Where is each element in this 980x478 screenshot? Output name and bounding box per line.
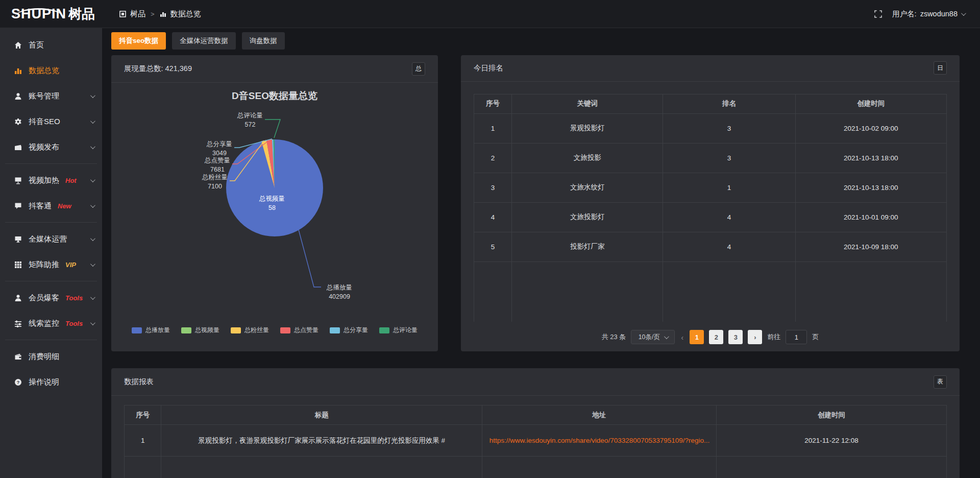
pagination-total: 共 23 条	[602, 332, 626, 342]
report-panel-title: 数据报表	[124, 377, 154, 387]
topbar: SHUPIN 树品 树品 > 数据总览 用户名: zswodun88	[0, 0, 980, 28]
value-shares: 3049	[212, 150, 227, 157]
chart-title: D音SEO数据量总览	[232, 90, 317, 101]
tools-badge: Tools	[65, 294, 83, 302]
chevron-down-icon	[961, 11, 966, 16]
user-icon	[14, 92, 22, 100]
leader-line-comments	[265, 119, 280, 138]
legend-item-comments[interactable]: 总评论量	[379, 326, 418, 334]
pie-chart: D音SEO数据量总览 总评论量 572 总分享	[111, 83, 438, 351]
seo-overview-panel: 展现量总数: 421,369 总 D音SEO数据量总览	[111, 55, 438, 351]
page-unit-label: 页	[812, 332, 819, 342]
legend-item-likes[interactable]: 总点赞量	[280, 326, 318, 334]
table-row[interactable]: 1 景观投影灯 3 2021-10-02 09:00	[474, 113, 947, 143]
col-rank: 排名	[663, 94, 795, 113]
breadcrumb-separator: >	[151, 10, 155, 18]
value-play: 402909	[329, 293, 350, 300]
legend-swatch	[231, 327, 241, 333]
sidebar-item-account-management[interactable]: 账号管理	[0, 83, 102, 109]
table-header-row: 序号 标题 地址 创建时间	[125, 405, 947, 425]
sidebar-divider	[5, 340, 97, 340]
logo[interactable]: SHUPIN 树品	[0, 5, 102, 23]
goto-page-input[interactable]	[786, 330, 807, 344]
label-play: 总播放量	[326, 284, 352, 291]
breadcrumb-current[interactable]: 数据总览	[170, 9, 201, 19]
page-button-1[interactable]: 1	[690, 330, 704, 344]
vip-badge: VIP	[65, 261, 76, 269]
col-created: 创建时间	[716, 405, 946, 425]
app-icon	[119, 11, 126, 17]
table-badge-button[interactable]: 表	[934, 375, 947, 389]
sidebar-item-data-overview[interactable]: 数据总览	[0, 58, 102, 83]
page-button-2[interactable]: 2	[709, 330, 723, 344]
rank-panel-title: 今日排名	[474, 63, 503, 73]
fullscreen-icon[interactable]	[874, 10, 882, 18]
legend-swatch	[280, 327, 290, 333]
main-content: 抖音seo数据 全媒体运营数据 询盘数据 展现量总数: 421,369 总 D音…	[102, 28, 980, 478]
wallet-icon	[14, 352, 22, 361]
grid-icon	[14, 260, 22, 269]
sidebar-item-video-publish[interactable]: 视频发布	[0, 134, 102, 160]
breadcrumb-root[interactable]: 树品	[130, 9, 145, 19]
label-videos: 总视频量	[259, 195, 285, 202]
prev-page-button[interactable]: ‹	[680, 333, 684, 342]
chevron-down-icon	[90, 261, 95, 267]
tab-inquiry-data[interactable]: 询盘数据	[242, 32, 285, 50]
table-row[interactable]: 2 文旅投影 3 2021-10-13 18:00	[474, 143, 947, 173]
goto-label: 前往	[767, 332, 780, 342]
sidebar-item-matrix-boost[interactable]: 矩阵助推 VIP	[0, 252, 102, 277]
col-no: 序号	[474, 94, 512, 113]
legend-item-videos[interactable]: 总视频量	[181, 326, 219, 334]
sidebar-item-douyin-seo[interactable]: 抖音SEO	[0, 109, 102, 134]
table-row[interactable]: 1 景观投影灯，夜游景观投影灯厂家展示展示落花灯在花园里的灯光投影应用效果 # …	[125, 425, 947, 457]
gear-icon	[14, 117, 22, 126]
sidebar-item-home[interactable]: 首页	[0, 32, 102, 58]
sidebar-item-help[interactable]: ? 操作说明	[0, 369, 102, 395]
chevron-down-icon	[90, 295, 95, 300]
next-page-button[interactable]: ›	[748, 330, 762, 344]
table-row[interactable]: 3 文旅水纹灯 1 2021-10-13 18:00	[474, 173, 947, 202]
user-dropdown[interactable]: 用户名: zswodun88	[892, 9, 965, 19]
legend-item-shares[interactable]: 总分享量	[330, 326, 368, 334]
total-badge-button[interactable]: 总	[412, 62, 425, 76]
sidebar-item-all-media[interactable]: 全媒体运营	[0, 226, 102, 252]
tab-douyin-seo-data[interactable]: 抖音seo数据	[111, 32, 166, 50]
username-value: zswodun88	[920, 10, 958, 18]
video-link[interactable]: https://www.iesdouyin.com/share/video/70…	[489, 437, 710, 444]
sidebar-item-video-heat[interactable]: 视频加热 Hot	[0, 168, 102, 193]
page-button-3[interactable]: 3	[728, 330, 743, 344]
chevron-down-icon	[90, 93, 95, 98]
chat-bubble-icon	[14, 202, 22, 210]
pagination: 共 23 条 10条/页 ‹ 1 2 3 › 前往 页	[474, 330, 947, 344]
value-fans: 7100	[208, 183, 222, 190]
sidebar-divider	[5, 163, 97, 164]
legend-item-play[interactable]: 总播放量	[132, 326, 170, 334]
sidebar-item-consumption-detail[interactable]: 消费明细	[0, 344, 102, 369]
chevron-down-icon	[90, 144, 95, 149]
day-badge-button[interactable]: 日	[934, 61, 947, 75]
value-videos: 58	[268, 204, 276, 211]
chevron-down-icon	[664, 334, 669, 339]
tools-badge: Tools	[65, 320, 83, 327]
chevron-down-icon	[90, 177, 95, 182]
table-row[interactable]: 5 投影灯厂家 4 2021-10-09 18:00	[474, 232, 947, 261]
legend-item-fans[interactable]: 总粉丝量	[231, 326, 269, 334]
logo-cjk: 树品	[68, 5, 95, 23]
chart-legend: 总播放量 总视频量 总粉丝量 总点赞量 总分享量 总评论量	[111, 326, 438, 334]
sidebar-item-douketong[interactable]: 抖客通 New	[0, 193, 102, 219]
monitor-icon	[14, 235, 22, 243]
col-created: 创建时间	[795, 94, 946, 113]
billboard-icon	[14, 176, 22, 184]
page-size-select[interactable]: 10条/页	[631, 330, 675, 344]
table-header-row: 序号 关键词 排名 创建时间	[474, 94, 947, 113]
video-publish-icon	[14, 143, 22, 151]
sidebar-item-clue-monitor[interactable]: 线索监控 Tools	[0, 310, 102, 336]
table-row[interactable]: 4 文旅投影灯 4 2021-10-01 09:00	[474, 202, 947, 232]
chevron-down-icon	[90, 203, 95, 208]
tab-all-media-data[interactable]: 全媒体运营数据	[172, 32, 236, 50]
sidebar-divider	[5, 281, 97, 281]
sidebar-item-member-tools[interactable]: 会员爆客 Tools	[0, 285, 102, 310]
bar-chart-icon	[160, 11, 166, 17]
legend-swatch	[330, 327, 340, 333]
data-source-tabs: 抖音seo数据 全媒体运营数据 询盘数据	[111, 32, 960, 50]
